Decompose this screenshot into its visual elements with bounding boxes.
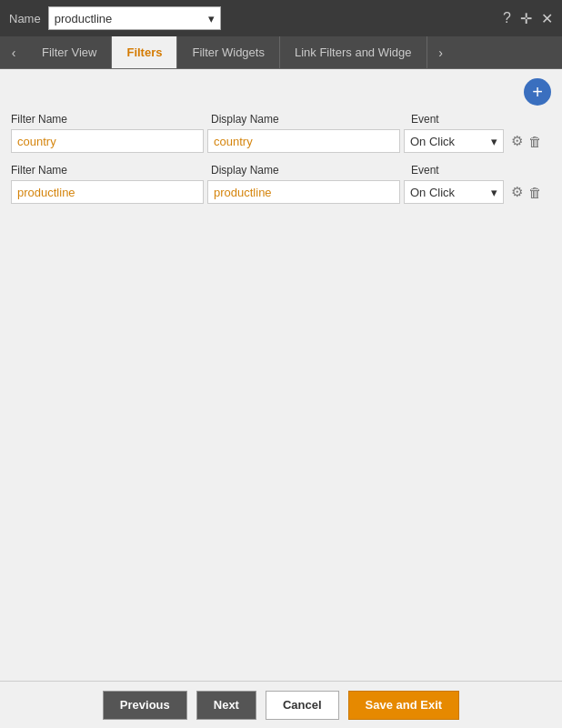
filter-inputs-1: On Click ▾ ⚙ 🗑: [11, 180, 551, 204]
tab-bar: ‹ Filter View Filters Filter Widgets Lin…: [0, 36, 562, 69]
tab-left-arrow[interactable]: ‹: [0, 36, 27, 68]
event-header-0: Event: [411, 113, 551, 126]
tab-filter-view[interactable]: Filter View: [27, 36, 112, 68]
header: Name productline ▾ ? ✛ ✕: [0, 0, 562, 36]
filter-name-input-1[interactable]: [11, 180, 204, 204]
display-name-input-1[interactable]: [207, 180, 400, 204]
row-icons-1: ⚙ 🗑: [511, 184, 542, 200]
chevron-down-icon: ▾: [491, 135, 497, 148]
row-icons-0: ⚙ 🗑: [511, 133, 542, 149]
tab-right-arrow[interactable]: ›: [427, 36, 455, 68]
event-select-0[interactable]: On Click ▾: [404, 129, 504, 153]
header-icons: ? ✛ ✕: [503, 10, 553, 27]
add-filter-button[interactable]: +: [524, 78, 551, 106]
cancel-button[interactable]: Cancel: [266, 691, 339, 720]
event-header-1: Event: [411, 164, 551, 177]
event-value-1: On Click: [410, 186, 455, 199]
name-label: Name: [9, 12, 41, 25]
settings-icon-0[interactable]: ⚙: [511, 133, 523, 149]
main-wrapper: Name productline ▾ ? ✛ ✕ ‹ Filter View F…: [0, 0, 562, 728]
chevron-down-icon: ▾: [491, 186, 497, 199]
tab-filters[interactable]: Filters: [112, 36, 177, 68]
filter-headers-1: Filter Name Display Name Event: [11, 164, 551, 177]
display-name-input-0[interactable]: [207, 129, 400, 153]
filter-headers-0: Filter Name Display Name Event: [11, 113, 551, 126]
help-icon[interactable]: ?: [503, 10, 511, 26]
close-icon[interactable]: ✕: [541, 10, 553, 27]
footer: Previous Next Cancel Save and Exit: [0, 681, 562, 728]
filter-row-0: Filter Name Display Name Event On Click …: [11, 113, 551, 153]
filters-container: Filter Name Display Name Event On Click …: [11, 113, 551, 204]
previous-button[interactable]: Previous: [103, 691, 187, 720]
name-dropdown[interactable]: productline ▾: [48, 6, 221, 30]
content-inner: + Filter Name Display Name Event On Clic…: [0, 69, 562, 224]
tab-filter-widgets[interactable]: Filter Widgets: [177, 36, 279, 68]
filter-name-input-0[interactable]: [11, 129, 204, 153]
filter-name-header-0: Filter Name: [11, 113, 207, 126]
delete-icon-1[interactable]: 🗑: [528, 185, 542, 200]
tab-link-filters[interactable]: Link Filters and Widge: [280, 36, 427, 68]
event-value-0: On Click: [410, 135, 455, 148]
display-name-header-1: Display Name: [211, 164, 407, 177]
name-dropdown-value: productline: [55, 12, 113, 25]
filter-name-header-1: Filter Name: [11, 164, 207, 177]
save-exit-button[interactable]: Save and Exit: [348, 691, 460, 720]
delete-icon-0[interactable]: 🗑: [528, 134, 542, 149]
settings-icon-1[interactable]: ⚙: [511, 184, 523, 200]
add-button-row: +: [11, 78, 551, 106]
display-name-header-0: Display Name: [211, 113, 407, 126]
filter-row-1: Filter Name Display Name Event On Click …: [11, 164, 551, 204]
content-area: + Filter Name Display Name Event On Clic…: [0, 69, 562, 728]
next-button[interactable]: Next: [196, 691, 256, 720]
event-select-1[interactable]: On Click ▾: [404, 180, 504, 204]
move-icon[interactable]: ✛: [520, 10, 532, 27]
filter-inputs-0: On Click ▾ ⚙ 🗑: [11, 129, 551, 153]
chevron-down-icon: ▾: [208, 12, 215, 25]
